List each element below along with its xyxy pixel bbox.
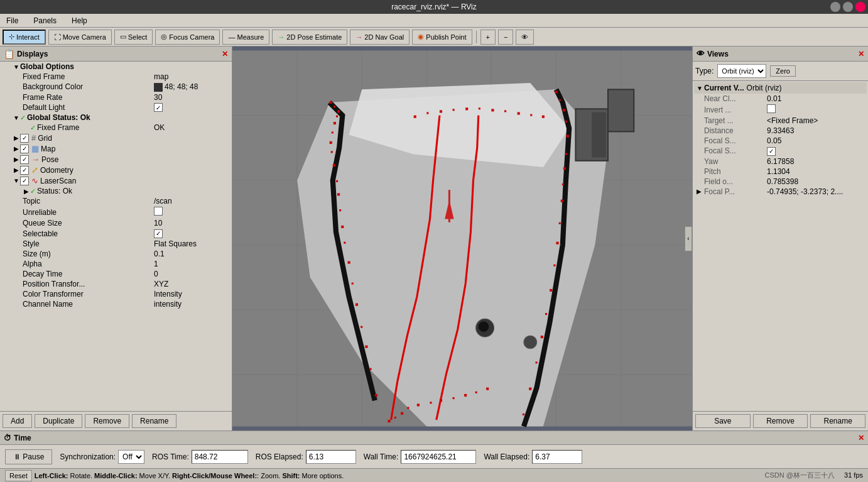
map-display-row[interactable]: ▶ ✓ ▦ Map xyxy=(0,143,232,154)
status-right: CSDN @林一百三十八 31 fps xyxy=(765,471,863,480)
background-color-value[interactable]: 48; 48; 48 xyxy=(154,82,229,92)
pitch-row: Pitch 1.1304 xyxy=(694,167,867,177)
maximize-button[interactable] xyxy=(843,2,853,12)
remove-display-button[interactable]: − xyxy=(498,30,513,45)
views-close-button[interactable]: ✕ xyxy=(858,50,864,58)
svg-rect-45 xyxy=(559,222,561,224)
default-light-value[interactable]: ✓ xyxy=(154,103,229,112)
add-button[interactable]: Add xyxy=(3,414,32,428)
views-remove-button[interactable]: Remove xyxy=(753,414,808,428)
focal-size-2-checkbox[interactable]: ✓ xyxy=(767,147,776,156)
laserscan-status-row[interactable]: ▶ ✓ Status: Ok xyxy=(0,186,232,196)
global-options-section[interactable]: ▼ Global Options xyxy=(0,62,232,72)
move-camera-button[interactable]: ⛶ Move Camera xyxy=(48,30,112,45)
ros-elapsed-input[interactable] xyxy=(306,450,356,464)
laserscan-display-row[interactable]: ▼ ✓ ∿ LaserScan xyxy=(0,175,232,186)
laserscan-size-value[interactable]: 0.1 xyxy=(154,249,229,258)
laserscan-alpha-value[interactable]: 1 xyxy=(154,260,229,268)
laserscan-queue-size-value[interactable]: 10 xyxy=(154,219,229,227)
grid-checkbox[interactable]: ✓ xyxy=(20,134,29,143)
ros-time-input[interactable] xyxy=(192,450,248,464)
focal-size-2-row: Focal S... ✓ xyxy=(694,146,867,156)
sync-select[interactable]: Off xyxy=(118,450,144,464)
wall-elapsed-input[interactable] xyxy=(532,450,582,464)
3d-view[interactable]: ‹ xyxy=(232,47,692,430)
global-status-check-icon: ✓ xyxy=(20,114,26,122)
frame-rate-value[interactable]: 30 xyxy=(154,93,229,102)
odometry-display-row[interactable]: ▶ ✓ ⤢ Odometry xyxy=(0,165,232,175)
svg-rect-27 xyxy=(341,226,344,228)
svg-rect-64 xyxy=(486,388,489,390)
laserscan-unreliable-value[interactable] xyxy=(154,207,229,217)
laserscan-position-transform-value[interactable]: XYZ xyxy=(154,280,229,288)
global-status-expand-icon: ▼ xyxy=(13,114,20,121)
add-display-button[interactable]: + xyxy=(480,30,496,45)
publish-point-button[interactable]: ◉ Publish Point xyxy=(412,30,472,45)
displays-close-button[interactable]: ✕ xyxy=(222,50,228,58)
current-view-section[interactable]: ▼ Current V... Orbit (rviz) xyxy=(694,82,867,94)
menu-panels[interactable]: Panels xyxy=(30,15,60,26)
ros-elapsed-group: ROS Elapsed: xyxy=(256,450,356,464)
invert-value[interactable] xyxy=(767,104,776,115)
views-type-select[interactable]: Orbit (rviz) xyxy=(717,64,766,78)
measure-button[interactable]: — Measure xyxy=(222,30,269,45)
select-button[interactable]: ▭ Select xyxy=(114,30,153,45)
laserscan-channel-name-value[interactable]: intensity xyxy=(154,300,229,309)
focal-size-1-value[interactable]: 0.05 xyxy=(767,136,781,145)
menu-help[interactable]: Help xyxy=(68,15,91,26)
pitch-value[interactable]: 1.1304 xyxy=(767,167,790,176)
laserscan-topic-value[interactable]: /scan xyxy=(154,197,229,205)
focus-camera-button[interactable]: ◎ Focus Camera xyxy=(155,30,220,45)
map-checkbox[interactable]: ✓ xyxy=(20,145,29,153)
background-color-label: Background Color xyxy=(23,82,154,91)
rename-button[interactable]: Rename xyxy=(132,414,176,428)
default-light-checkbox[interactable]: ✓ xyxy=(154,103,163,112)
near-clip-value[interactable]: 0.01 xyxy=(767,94,781,103)
svg-rect-29 xyxy=(348,261,350,264)
yaw-value[interactable]: 6.17858 xyxy=(767,157,794,166)
laserscan-decay-time-value[interactable]: 0 xyxy=(154,270,229,278)
laserscan-selectable-value[interactable]: ✓ xyxy=(154,229,229,238)
right-panel-collapse-button[interactable]: ‹ xyxy=(685,226,692,251)
2d-pose-estimate-button[interactable]: → 2D Pose Estimate xyxy=(272,30,347,45)
target-frame-value[interactable]: <Fixed Frame> xyxy=(767,116,818,125)
close-button[interactable] xyxy=(855,2,865,12)
duplicate-button[interactable]: Duplicate xyxy=(35,414,82,428)
pause-button[interactable]: ⏸ Pause xyxy=(5,449,52,464)
wall-time-input[interactable] xyxy=(401,450,476,464)
pose-display-row[interactable]: ▶ ✓ → Pose xyxy=(0,154,232,165)
remove-button[interactable]: Remove xyxy=(85,414,129,428)
laserscan-unreliable-checkbox[interactable] xyxy=(154,207,163,216)
reset-button[interactable]: Reset xyxy=(5,470,32,481)
laserscan-alpha-label: Alpha xyxy=(23,260,154,268)
eye-button[interactable]: 👁 xyxy=(516,30,534,45)
pose-checkbox[interactable]: ✓ xyxy=(20,155,29,164)
distance-value[interactable]: 9.33463 xyxy=(767,126,794,135)
odometry-checkbox[interactable]: ✓ xyxy=(20,166,29,175)
laserscan-checkbox[interactable]: ✓ xyxy=(20,177,29,185)
focal-size-2-value[interactable]: ✓ xyxy=(767,146,776,156)
invert-checkbox[interactable] xyxy=(767,104,776,113)
laserscan-queue-size-row: Queue Size 10 xyxy=(0,218,232,228)
interact-button[interactable]: ⊹ Interact xyxy=(3,30,46,45)
minimize-button[interactable] xyxy=(830,2,840,12)
laserscan-selectable-checkbox[interactable]: ✓ xyxy=(154,229,163,238)
views-rename-button[interactable]: Rename xyxy=(810,414,865,428)
svg-rect-18 xyxy=(336,116,338,118)
laserscan-color-transformer-value[interactable]: Intensity xyxy=(154,290,229,299)
grid-display-row[interactable]: ▶ ✓ # Grid xyxy=(0,133,232,143)
displays-footer: Add Duplicate Remove Rename xyxy=(0,411,232,430)
fixed-frame-value[interactable]: map xyxy=(154,72,229,81)
menu-file[interactable]: File xyxy=(3,15,22,26)
field-of-view-value[interactable]: 0.785398 xyxy=(767,177,798,186)
svg-rect-75 xyxy=(542,116,545,118)
svg-point-80 xyxy=(524,336,537,349)
time-panel-close-button[interactable]: ✕ xyxy=(858,434,864,442)
global-status-section[interactable]: ▼ ✓ Global Status: Ok xyxy=(0,112,232,123)
laserscan-style-value[interactable]: Flat Squares xyxy=(154,239,229,248)
2d-nav-goal-button[interactable]: → 2D Nav Goal xyxy=(350,30,410,45)
views-save-button[interactable]: Save xyxy=(695,414,751,428)
views-zero-button[interactable]: Zero xyxy=(770,65,796,77)
odometry-label: Odometry xyxy=(40,166,73,175)
focal-point-value[interactable]: -0.74935; -3.2373; 2.... xyxy=(767,187,843,196)
